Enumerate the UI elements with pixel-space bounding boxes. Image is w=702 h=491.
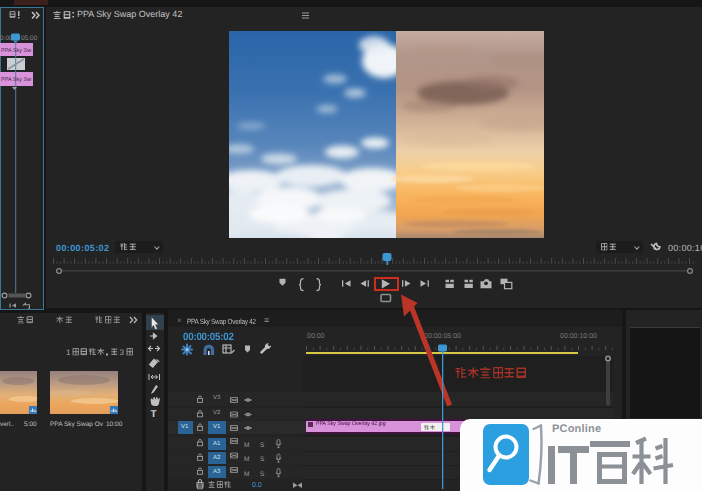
- svg-text:T: T: [151, 409, 157, 420]
- svg-text:PPA Sky Sw: PPA Sky Sw: [1, 77, 31, 83]
- svg-text:05:00: 05:00: [21, 35, 38, 42]
- svg-text:S: S: [260, 442, 265, 449]
- svg-text:3: 3: [120, 348, 125, 357]
- svg-text:1: 1: [66, 348, 71, 357]
- svg-text:PPA Sky Sw: PPA Sky Sw: [1, 48, 31, 54]
- svg-text:M: M: [244, 442, 249, 449]
